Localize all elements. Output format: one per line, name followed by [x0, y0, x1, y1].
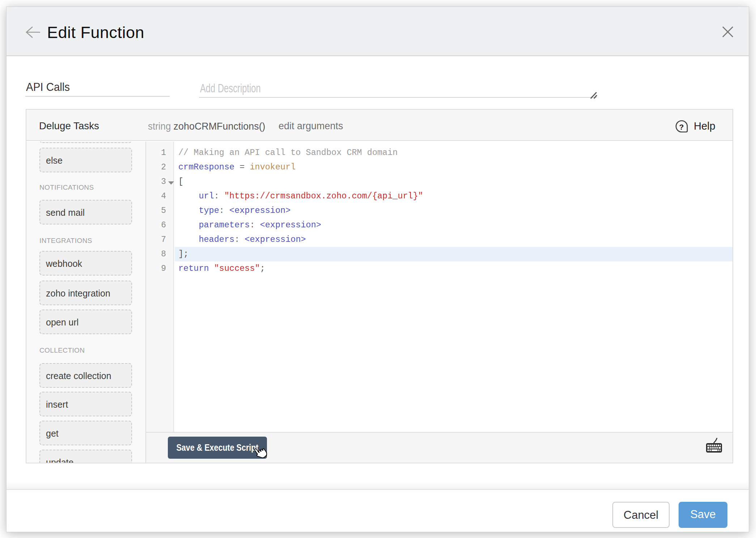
svg-text:?: ?	[679, 123, 684, 131]
